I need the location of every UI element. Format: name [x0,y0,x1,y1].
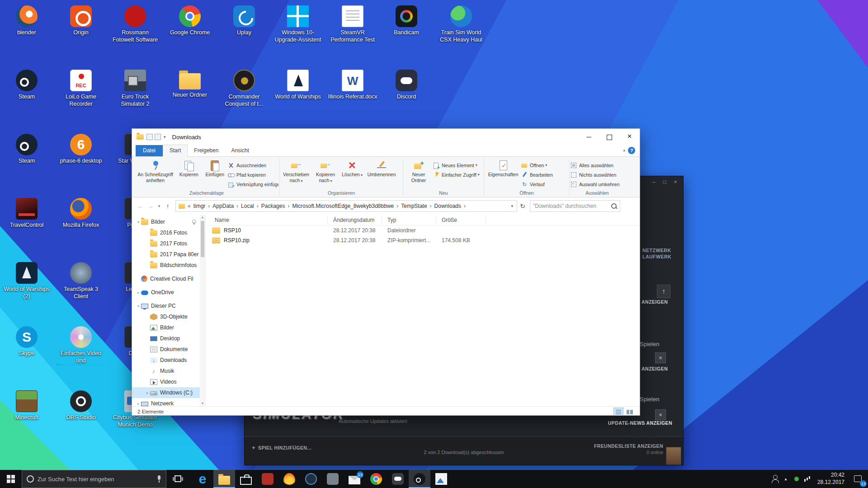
remove-download-button[interactable] [655,352,666,363]
file-row[interactable]: RSP10.zip 28.12.2017 20:38 ZIP-komprimie… [206,235,640,245]
sidebar-item-videos[interactable]: Videos [132,376,200,387]
back-icon[interactable]: ← [136,202,146,210]
desktop-icon-train-sim-world[interactable]: Train Sim World CSX Heavy Haul [436,5,486,43]
maximize-icon[interactable] [599,129,619,145]
desktop-icon-commander[interactable]: Commander Conquest of t... [219,70,269,108]
breadcrumb-segment[interactable]: timgr [193,203,213,209]
recent-locations-icon[interactable]: ▾ [156,204,163,208]
desktop-icon-illinois-referat[interactable]: Illinois Referat.docx [328,70,377,101]
sidebar-item-bilder-pc[interactable]: Bilder [132,322,200,333]
taskbar-app-discord[interactable] [387,470,409,488]
tab-ansicht[interactable]: Ansicht [225,145,255,156]
desktop-icon-wows-shortcut[interactable]: World of Warships [273,70,323,101]
properties-toolbar-icon[interactable] [155,134,161,140]
people-icon[interactable] [769,470,780,488]
scroll-up-icon[interactable]: ▴ [200,215,205,220]
action-center-button[interactable]: 13 [849,470,867,488]
maximize-icon[interactable] [660,178,669,186]
desktop-icon-neuer-ordner[interactable]: Neuer Ordner [165,70,215,99]
nav-scrollbar[interactable]: ▴ ▾ [200,215,205,406]
desktop-icon-ets2[interactable]: Euro Truck Simulator 2 [110,70,160,108]
show-button[interactable]: ANZEIGEN [642,299,668,305]
sidebar-item-bildschirmfotos[interactable]: Bildschirmfotos [132,260,200,271]
breadcrumb[interactable]: « timgr AppData Local Packages Microsoft… [175,200,517,212]
tray-chevron-icon[interactable] [780,470,791,488]
scroll-down-icon[interactable]: ▾ [200,401,205,406]
quick-access-toolbar-icon[interactable] [146,134,153,140]
chevron-down-icon[interactable] [136,220,141,224]
sidebar-item-dokumente[interactable]: Dokumente [132,344,200,355]
close-icon[interactable] [671,178,679,186]
taskbar-clock[interactable]: 20:42 28.12.2017 [813,472,849,486]
sidebar-item-downloads[interactable]: Downloads [132,355,200,366]
column-size[interactable]: Größe [436,216,486,224]
explorer-search[interactable] [530,200,620,212]
taskbar-app-flame[interactable] [278,470,300,488]
up-icon[interactable]: ↑ [163,202,173,210]
taskbar-search-input[interactable] [38,476,157,483]
desktop-icon-travelcontrol[interactable]: TravelControl [2,198,52,229]
chevron-right-icon[interactable] [136,402,141,406]
breadcrumb-segment[interactable]: Downloads [434,203,468,209]
copy-button[interactable]: Kopieren [176,159,202,178]
taskbar-search[interactable] [22,470,166,488]
desktop-icon-phase6[interactable]: phase-6 desktop [56,134,106,165]
chevron-down-icon[interactable] [136,304,141,308]
title-bar[interactable]: ▾ Downloads [132,129,640,145]
paste-shortcut-button[interactable]: Verknüpfung einfügen [228,179,278,189]
desktop-icon-win10-upgrade[interactable]: Windows 10-Upgrade-Assistent [273,5,323,43]
taskbar-app-edge[interactable] [192,470,213,488]
desktop-icon-steam-2[interactable]: Steam [2,134,52,165]
friends-list-button[interactable]: FREUNDESLISTE ANZEIGEN [594,443,663,449]
desktop-icon-steam[interactable]: Steam [2,70,52,101]
taskbar-app-dark[interactable] [300,470,322,488]
paste-button[interactable]: Einfügen [202,159,228,178]
column-modified[interactable]: Änderungsdatum [328,216,382,224]
desktop-icon-blender[interactable]: blender [2,5,52,37]
scrollbar-thumb[interactable] [201,221,204,257]
help-icon[interactable]: ? [628,147,635,154]
sidebar-item-desktop[interactable]: Desktop [132,333,200,344]
sidebar-item-2017-papa-80er[interactable]: 2017 Papa 80er [132,249,200,260]
thumbnails-view-button[interactable] [624,408,634,416]
desktop-icon-rossmann[interactable]: Rossmann Fotowelt Software [110,5,160,43]
select-none-button[interactable]: Nichts auswählen [571,170,624,179]
taskbar-app-store[interactable] [235,470,257,488]
show-button[interactable]: ANZEIGEN [642,366,668,371]
desktop-icon-steamvr-test[interactable]: SteamVR Performance Test [328,5,377,43]
remove-download-button[interactable] [655,409,666,420]
breadcrumb-segment[interactable]: Microsoft.MicrosoftEdge_8wekyb3d8bbwe [292,203,401,209]
desktop-icon-uplay[interactable]: Uplay [219,5,269,37]
minimize-icon[interactable] [650,178,658,186]
sidebar-item-dieser-pc[interactable]: Dieser PC [132,300,200,311]
invert-selection-button[interactable]: Auswahl umkehren [571,179,624,189]
column-name[interactable]: Name [206,216,328,224]
new-item-button[interactable]: Neues Element [433,160,482,170]
edit-button[interactable]: Bearbeiten [521,170,566,179]
task-view-button[interactable] [168,470,188,488]
sidebar-item-musik[interactable]: Musik [132,366,200,376]
properties-button[interactable]: Eigenschaften [485,159,521,178]
breadcrumb-segment[interactable]: Local [241,203,261,209]
forward-icon[interactable]: → [146,202,156,210]
easy-access-button[interactable]: Einfacher Zugriff [433,170,482,179]
update-news-link[interactable]: UPDATE-NEWS ANZEIGEN [608,420,672,426]
copy-to-button[interactable]: Kopieren nach [311,159,340,183]
desktop-icon-videoprogramm[interactable]: Einfaches Video und Filmschnittprogram..… [56,326,106,365]
rename-button[interactable]: Umbenennen [365,159,398,178]
sidebar-item-2016-fotos[interactable]: 2016 Fotos [132,227,200,238]
start-button[interactable] [0,470,22,488]
explorer-search-input[interactable] [533,203,611,209]
tab-start[interactable]: Start [163,145,188,157]
sidebar-item-2017-fotos[interactable]: 2017 Fotos [132,238,200,249]
chevron-down-icon[interactable]: ▾ [164,135,166,139]
play-button[interactable]: Spielen [640,341,659,347]
details-view-button[interactable] [613,408,623,416]
chevron-right-icon[interactable] [145,391,150,395]
sidebar-item-bilder[interactable]: Bilder [132,216,200,227]
desktop-icon-discord[interactable]: Discord [382,70,431,101]
tab-freigeben[interactable]: Freigeben [188,145,225,156]
desktop-icon-world-of-warships-2[interactable]: World of Warships (2) [2,262,52,300]
taskbar-app-mail[interactable]: 23 [344,470,365,488]
move-up-button[interactable] [657,285,670,298]
